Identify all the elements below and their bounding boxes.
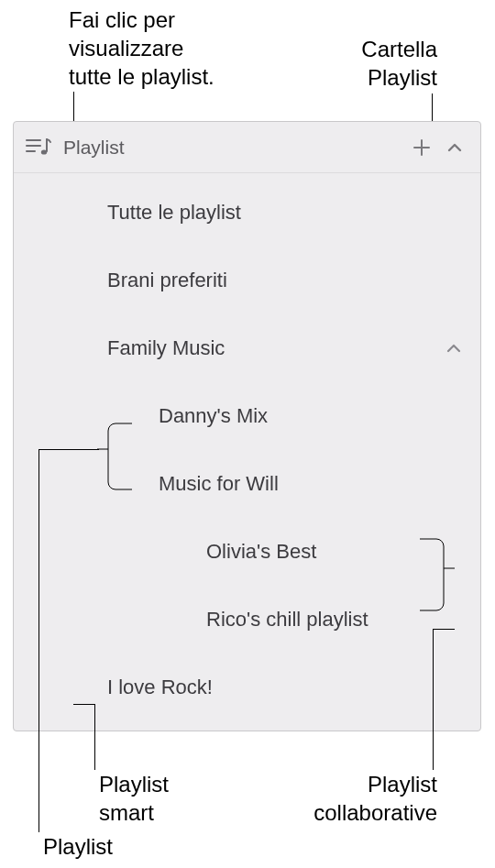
callout-collab: Playlist collaborative <box>314 770 437 827</box>
callout-smart: Playlist smart <box>99 770 169 827</box>
grid-icon <box>27 200 82 225</box>
sidebar-item-folder[interactable]: Family Music <box>14 314 480 382</box>
callout-folder: Cartella Playlist <box>361 35 437 92</box>
folder-icon <box>27 336 82 360</box>
star-square-icon <box>27 267 82 294</box>
playlist-note-icon <box>25 137 52 158</box>
item-label: Olivia's Best <box>206 540 316 564</box>
item-label: Music for Will <box>159 472 279 496</box>
sidebar-item-all-playlists[interactable]: Tutte le playlist <box>14 179 480 247</box>
people-icon <box>27 542 181 562</box>
svg-point-3 <box>41 149 47 154</box>
item-label: Tutte le playlist <box>107 201 241 225</box>
sidebar-header: Playlist <box>14 122 480 173</box>
sidebar-item-favorites[interactable]: Brani preferiti <box>14 247 480 314</box>
callout-text: Cartella Playlist <box>361 37 437 90</box>
people-icon <box>27 610 181 630</box>
sidebar-title: Playlist <box>63 137 403 159</box>
item-label: Rico's chill playlist <box>206 608 368 632</box>
sidebar-item-playlist[interactable]: Music for Will <box>14 450 480 518</box>
sidebar-item-collab-playlist[interactable]: Rico's chill playlist <box>14 586 480 654</box>
callout-line <box>73 704 94 705</box>
bracket-collab <box>418 526 455 629</box>
callout-line <box>94 704 95 770</box>
gear-icon <box>27 675 82 700</box>
callout-text: Playlist collaborative <box>314 772 437 825</box>
playlist-sidebar: Playlist Tutte le playlist <box>13 121 481 731</box>
callout-text: Playlist <box>43 834 113 859</box>
callout-line <box>433 629 455 630</box>
sidebar-item-smart-playlist[interactable]: I love Rock! <box>14 654 480 721</box>
collapse-button[interactable] <box>440 138 469 157</box>
item-label: I love Rock! <box>107 676 213 699</box>
callout-line <box>38 449 39 832</box>
chevron-up-icon[interactable] <box>446 340 462 357</box>
bracket-playlists <box>97 412 134 508</box>
item-label: Brani preferiti <box>107 269 227 292</box>
item-label: Family Music <box>107 336 225 360</box>
playlist-list: Tutte le playlist Brani preferiti Family… <box>14 173 480 731</box>
sidebar-item-playlist[interactable]: Danny's Mix <box>14 382 480 450</box>
callout-text: Fai clic per visualizzare tutte le playl… <box>69 7 214 89</box>
callout-all-playlists: Fai clic per visualizzare tutte le playl… <box>69 5 214 92</box>
sidebar-item-collab-playlist[interactable]: Olivia's Best <box>14 518 480 586</box>
add-button[interactable] <box>403 137 440 159</box>
callout-line <box>433 629 434 770</box>
callout-text: Playlist smart <box>99 772 169 825</box>
callout-line <box>38 449 99 450</box>
item-label: Danny's Mix <box>159 404 268 428</box>
callout-playlist: Playlist <box>43 832 113 861</box>
